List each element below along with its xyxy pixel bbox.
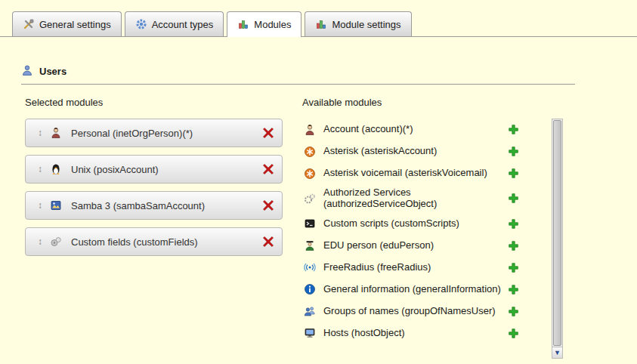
gear-icon xyxy=(135,18,147,30)
add-icon[interactable] xyxy=(508,240,519,251)
selected-module-row[interactable]: ↕ Unix (posixAccount) xyxy=(25,155,283,184)
delete-icon[interactable] xyxy=(262,236,274,248)
drag-handle-icon[interactable]: ↕ xyxy=(33,128,47,138)
selected-module-label: Samba 3 (sambaSamAccount) xyxy=(71,200,262,211)
tab-label: Module settings xyxy=(332,19,400,30)
available-module-label: Asterisk (asteriskAccount) xyxy=(323,146,508,157)
available-module-label: Account (account)(*) xyxy=(323,124,508,135)
available-module-row: General information (generalInformation) xyxy=(302,279,552,301)
tab-label: General settings xyxy=(39,19,111,30)
delete-icon[interactable] xyxy=(262,163,274,175)
available-module-label: Custom scripts (customScripts) xyxy=(323,218,508,230)
add-icon[interactable] xyxy=(508,168,519,179)
available-module-row: EDU person (eduPerson) xyxy=(302,235,552,257)
edu-person-icon xyxy=(304,239,316,251)
add-icon[interactable] xyxy=(508,306,519,317)
user-icon xyxy=(21,64,33,79)
available-module-label: Asterisk voicemail (asteriskVoicemail) xyxy=(323,168,508,179)
tab-modules[interactable]: Modules xyxy=(227,11,301,37)
chart-icon xyxy=(315,18,327,30)
asterisk-icon xyxy=(304,146,316,158)
section-divider xyxy=(21,84,575,85)
selected-module-row[interactable]: ↕ Personal (inetOrgPerson)(*) xyxy=(25,119,283,147)
tools-icon xyxy=(23,18,35,30)
freeradius-icon xyxy=(304,261,316,273)
available-module-label: Authorized Services (authorizedServiceOb… xyxy=(323,187,508,210)
personal-icon xyxy=(50,127,62,139)
tab-bar: General settings Account types Modules xyxy=(0,0,637,37)
selected-modules-column: Selected modules ↕ Personal (inetOrgPers… xyxy=(21,97,283,359)
custom-scripts-icon xyxy=(304,217,316,230)
users-section-heading: Users xyxy=(21,64,616,79)
authorized-services-icon xyxy=(304,193,316,205)
available-module-label: Groups of names (groupOfNamesUser) xyxy=(323,306,508,317)
chart-icon xyxy=(237,18,249,30)
tab-account-types[interactable]: Account types xyxy=(125,11,224,36)
selected-module-row[interactable]: ↕ Custom fields (customFields) xyxy=(25,227,283,256)
available-module-row: Account (account)(*) xyxy=(302,119,552,140)
available-modules-list: Account (account)(*) xyxy=(302,119,552,359)
available-module-label: Hosts (hostObject) xyxy=(323,328,508,339)
drag-handle-icon[interactable]: ↕ xyxy=(33,164,47,174)
add-icon[interactable] xyxy=(508,124,519,135)
hosts-icon xyxy=(304,327,316,339)
drag-handle-icon[interactable]: ↕ xyxy=(33,236,47,247)
scroll-down-button[interactable]: ▼ xyxy=(552,347,562,358)
groups-icon xyxy=(304,305,316,317)
available-module-row: Hosts (hostObject) xyxy=(302,322,552,344)
available-module-row: Asterisk voicemail (asteriskVoicemail) xyxy=(302,162,552,184)
selected-module-row[interactable]: ↕ Samba 3 (sambaSamAccount) xyxy=(25,191,283,220)
available-module-row: Asterisk (asteriskAccount) xyxy=(302,140,552,162)
available-module-row: Groups of names (groupOfNamesUser) xyxy=(302,301,552,322)
custom-fields-icon xyxy=(50,236,62,248)
tab-general-settings[interactable]: General settings xyxy=(12,11,122,36)
tab-label: Account types xyxy=(152,19,214,30)
add-icon[interactable] xyxy=(508,218,519,230)
available-module-row: Authorized Services (authorizedServiceOb… xyxy=(302,184,552,213)
add-icon[interactable] xyxy=(508,262,519,273)
selected-module-label: Custom fields (customFields) xyxy=(71,236,262,248)
selected-modules-list: ↕ Personal (inetOrgPerson)(*) xyxy=(25,119,283,256)
asterisk-voicemail-icon xyxy=(304,168,316,180)
available-module-label: FreeRadius (freeRadius) xyxy=(323,262,508,273)
available-module-row: FreeRadius (freeRadius) xyxy=(302,257,552,279)
unix-tux-icon xyxy=(50,163,62,175)
selected-modules-heading: Selected modules xyxy=(25,97,283,108)
info-icon xyxy=(304,283,316,295)
account-icon xyxy=(304,124,316,136)
delete-icon[interactable] xyxy=(262,199,274,211)
selected-module-label: Unix (posixAccount) xyxy=(71,164,262,175)
drag-handle-icon[interactable]: ↕ xyxy=(33,200,47,211)
scrollbar-thumb[interactable] xyxy=(553,120,561,346)
delete-icon[interactable] xyxy=(262,127,274,139)
selected-module-label: Personal (inetOrgPerson)(*) xyxy=(71,128,262,139)
add-icon[interactable] xyxy=(508,284,519,295)
section-title: Users xyxy=(39,66,66,77)
add-icon[interactable] xyxy=(508,146,519,157)
tab-label: Modules xyxy=(254,19,291,30)
samba-icon xyxy=(50,199,62,211)
tab-module-settings[interactable]: Module settings xyxy=(305,11,411,36)
available-module-row: Custom scripts (customScripts) xyxy=(302,213,552,235)
available-module-label: EDU person (eduPerson) xyxy=(323,240,508,251)
add-icon[interactable] xyxy=(508,193,519,204)
available-modules-heading: Available modules xyxy=(302,97,563,108)
available-modules-column: Available modules Account (account)(*) xyxy=(302,97,563,359)
available-module-label: General information (generalInformation) xyxy=(323,284,508,295)
add-icon[interactable] xyxy=(508,328,519,339)
available-modules-scrollbar[interactable]: ▼ xyxy=(552,119,563,359)
